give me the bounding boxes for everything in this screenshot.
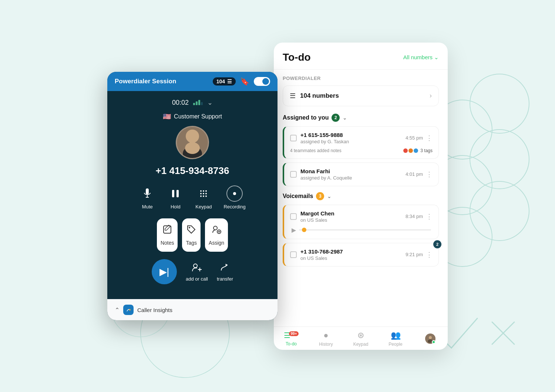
all-numbers-button[interactable]: All numbers ⌄ bbox=[403, 54, 439, 61]
keypad-nav-icon: ⊛ bbox=[357, 331, 364, 340]
contact-checkbox-1[interactable] bbox=[290, 135, 297, 141]
svg-point-17 bbox=[185, 142, 200, 154]
svg-line-10 bbox=[492, 322, 514, 344]
hamburger-dark-icon: ☰ bbox=[290, 92, 296, 100]
signal-bar-3 bbox=[198, 100, 200, 105]
powerdialer-label: Powerdialer bbox=[283, 76, 439, 81]
phone-header-title: Powerdialer Session bbox=[115, 78, 176, 85]
voicemails-badge: 3 bbox=[316, 192, 324, 200]
voicemail-checkbox-2[interactable] bbox=[290, 251, 297, 258]
powerdialer-left: ☰ 104 numbers bbox=[290, 92, 339, 100]
audio-progress-dot-1 bbox=[302, 228, 306, 232]
recording-icon bbox=[226, 185, 243, 202]
tags-button[interactable]: Tags bbox=[182, 218, 201, 252]
powerdialer-count: 104 numbers bbox=[300, 92, 339, 100]
voicemail-checkbox-1[interactable] bbox=[290, 213, 297, 220]
powerdialer-card[interactable]: ☰ 104 numbers › bbox=[283, 86, 439, 106]
svg-point-24 bbox=[203, 190, 204, 192]
nav-people-label: People bbox=[388, 342, 402, 347]
profile-avatar bbox=[425, 334, 435, 344]
assigned-dropdown-icon[interactable]: ⌄ bbox=[343, 115, 347, 121]
assigned-section-header: Assigned to you 2 ⌄ bbox=[283, 114, 439, 122]
chevron-up-icon: ⌃ bbox=[115, 306, 120, 314]
nav-keypad[interactable]: ⊛ Keypad bbox=[350, 331, 372, 347]
voicemail-card-right-1: 8:34 pm ⋮ bbox=[406, 212, 433, 221]
nav-profile[interactable] bbox=[419, 334, 441, 344]
nav-todo[interactable]: ☰ 99+ To-do bbox=[280, 331, 302, 346]
voicemail-card-right-2: 9:21 pm ⋮ bbox=[406, 251, 433, 259]
more-options-icon-v2[interactable]: ⋮ bbox=[426, 251, 433, 259]
contact-checkbox-2[interactable] bbox=[290, 171, 297, 178]
keypad-icon bbox=[195, 185, 212, 202]
next-call-button[interactable]: ▶| bbox=[152, 259, 177, 284]
toggle-switch[interactable] bbox=[254, 77, 270, 86]
hold-button[interactable]: Hold bbox=[167, 185, 184, 210]
nav-people[interactable]: 👥 People bbox=[384, 331, 407, 347]
avatar bbox=[176, 126, 209, 159]
voicemail-info-2: +1 310-768-2987 on US Sales bbox=[300, 248, 343, 261]
chevron-right-icon: › bbox=[430, 92, 432, 100]
caller-insights[interactable]: ⌃ Caller Insights bbox=[107, 299, 278, 320]
nav-todo-icon-wrap: ☰ 99+ bbox=[284, 331, 299, 340]
nav-history[interactable]: ● History bbox=[315, 331, 337, 347]
svg-line-11 bbox=[492, 322, 514, 344]
tags-row: 3 tags bbox=[403, 148, 433, 153]
svg-point-28 bbox=[205, 193, 207, 194]
phone-number: +1 415-934-8736 bbox=[156, 165, 229, 177]
notes-button[interactable]: Notes bbox=[157, 218, 178, 252]
voicemails-dropdown-icon[interactable]: ⌄ bbox=[327, 193, 332, 199]
signal-bar-2 bbox=[196, 101, 198, 105]
signal-bar-1 bbox=[193, 103, 195, 105]
contact-card-1[interactable]: +1 615-155-9888 assigned by G. Taskan 4:… bbox=[283, 126, 439, 159]
contact-card-2[interactable]: Mona Farhi assigned by A. Coquelle 4:01 … bbox=[283, 163, 439, 186]
voicemail-line-1: on US Sales bbox=[300, 217, 334, 223]
keypad-button[interactable]: Keypad bbox=[195, 185, 212, 210]
voicemails-header: Voicemails 3 ⌄ bbox=[283, 192, 439, 200]
bookmark-icon[interactable]: 🔖 bbox=[240, 77, 249, 86]
voicemail-card-2[interactable]: +1 310-768-2987 on US Sales 9:21 pm ⋮ 2 bbox=[283, 243, 439, 267]
more-options-icon-1[interactable]: ⋮ bbox=[426, 134, 433, 142]
call-timer-row: 00:02 ⌄ bbox=[172, 98, 213, 107]
svg-point-15 bbox=[186, 130, 199, 143]
chevron-down-icon[interactable]: ⌄ bbox=[207, 98, 213, 107]
svg-point-31 bbox=[205, 195, 207, 197]
more-options-icon-2[interactable]: ⋮ bbox=[426, 170, 433, 178]
voicemails-title: Voicemails bbox=[283, 193, 313, 200]
svg-point-38 bbox=[194, 264, 197, 268]
color-dots bbox=[403, 148, 418, 153]
svg-point-3 bbox=[470, 130, 529, 189]
contact-assigned-1: assigned by G. Taskan bbox=[300, 139, 349, 144]
assign-button[interactable]: Assign bbox=[205, 218, 228, 252]
contact-time-2: 4:01 pm bbox=[406, 171, 423, 177]
nav-history-label: History bbox=[319, 342, 333, 347]
play-button-1[interactable]: ▶ bbox=[292, 227, 296, 234]
todo-title: To-do bbox=[283, 51, 311, 63]
transfer-button[interactable]: transfer bbox=[217, 262, 233, 282]
call-timer: 00:02 bbox=[172, 99, 189, 107]
voicemail-phone-2: +1 310-768-2987 bbox=[300, 248, 343, 255]
voicemail-card-1[interactable]: Margot Chen on US Sales 8:34 pm ⋮ ▶ bbox=[283, 205, 439, 239]
mute-button[interactable]: Mute bbox=[139, 185, 155, 210]
recording-button[interactable]: Recording bbox=[223, 185, 245, 210]
assigned-badge: 2 bbox=[332, 114, 340, 122]
signal-bars bbox=[193, 100, 203, 105]
nav-todo-label: To-do bbox=[286, 341, 297, 346]
contact-phone-1: +1 615-155-9888 bbox=[300, 132, 349, 138]
assign-icon bbox=[211, 224, 222, 237]
contact-card-left-2: Mona Farhi assigned by A. Coquelle bbox=[290, 168, 352, 181]
svg-point-45 bbox=[429, 336, 432, 339]
dot-orange bbox=[408, 148, 413, 153]
voicemail-badge-2: 2 bbox=[433, 240, 441, 248]
audio-bar-1[interactable] bbox=[299, 229, 431, 231]
flag-icon: 🇺🇸 bbox=[163, 113, 171, 121]
history-icon: ● bbox=[323, 331, 328, 340]
add-call-button[interactable]: add or call bbox=[186, 262, 208, 282]
hamburger-icon[interactable]: ☰ bbox=[227, 78, 232, 84]
mute-label: Mute bbox=[142, 204, 153, 210]
signal-bar-4 bbox=[201, 102, 203, 105]
more-options-icon-v1[interactable]: ⋮ bbox=[426, 212, 433, 221]
add-call-label: add or call bbox=[186, 276, 208, 282]
contact-info-1: +1 615-155-9888 assigned by G. Taskan bbox=[300, 132, 349, 144]
voicemail-card-main-2: +1 310-768-2987 on US Sales 9:21 pm ⋮ bbox=[290, 248, 433, 261]
svg-rect-21 bbox=[172, 190, 174, 197]
